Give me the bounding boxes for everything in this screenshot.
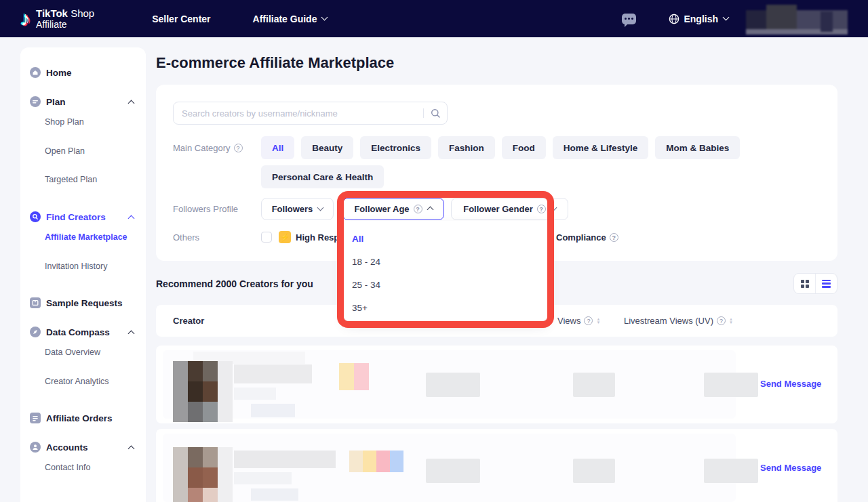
category-chips-row1: All Beauty Electronics Fashion Food Home… [261, 136, 740, 159]
sidebar-item-invitation-history[interactable]: Invitation History [45, 260, 107, 272]
sidebar-item-open-plan[interactable]: Open Plan [45, 145, 85, 157]
list-view-button[interactable] [815, 274, 837, 293]
sidebar-item-affiliate-marketplace[interactable]: Affiliate Marketplace [45, 231, 127, 243]
category-chips-row2: Personal Care & Health [261, 165, 384, 188]
column-creator: Creator [173, 305, 204, 337]
lightning-icon: ⚡ [279, 231, 291, 243]
sidebar-item-accounts[interactable]: Accounts [20, 440, 146, 455]
chevron-up-icon [427, 207, 433, 213]
search-icon[interactable] [424, 108, 447, 119]
category-chip-electronics[interactable]: Electronics [360, 136, 431, 159]
category-chip-all[interactable]: All [261, 136, 294, 159]
grid-icon [801, 280, 809, 288]
affiliate-guide-label: Affiliate Guide [253, 14, 317, 24]
plan-icon [30, 96, 41, 107]
chat-icon[interactable] [622, 14, 636, 24]
creator-row: Send Message [156, 346, 837, 423]
page-title: E-commerce Affiliate Marketplace [156, 54, 394, 72]
search-box [173, 102, 448, 125]
home-icon [30, 67, 41, 78]
search-input[interactable] [182, 108, 423, 119]
sidebar-item-data-overview[interactable]: Data Overview [45, 346, 100, 358]
affiliate-guide-menu[interactable]: Affiliate Guide [253, 14, 328, 24]
blurred-metric [704, 459, 758, 483]
list-icon [822, 280, 831, 288]
data-compass-icon [30, 327, 41, 337]
blurred-metric [426, 459, 480, 483]
sidebar-item-targeted-plan[interactable]: Targeted Plan [45, 173, 97, 186]
sidebar-item-contact-info[interactable]: Contact Info [45, 461, 90, 474]
accounts-icon [30, 442, 41, 453]
column-views: Views? ▲▼ [557, 305, 600, 337]
compliance-label: Compliance? [556, 232, 618, 243]
category-chip-fashion[interactable]: Fashion [438, 136, 495, 159]
send-message-link[interactable]: Send Message [760, 379, 821, 389]
question-icon[interactable]: ? [537, 205, 546, 213]
sidebar-item-home[interactable]: Home [20, 65, 146, 80]
blurred-metric [704, 373, 758, 397]
blurred-metric [573, 459, 615, 483]
view-toggle [793, 273, 837, 294]
follower-age-filter-button[interactable]: Follower Age? [342, 198, 444, 220]
blurred-metric [426, 373, 480, 397]
category-chip-home-lifestyle[interactable]: Home & Lifestyle [553, 136, 649, 159]
age-option-18-24[interactable]: 18 - 24 [343, 250, 548, 273]
language-selector[interactable]: English [669, 14, 728, 24]
creator-row: Send Message [156, 429, 837, 502]
logo-title-bold: TikTok [36, 7, 68, 19]
tiktok-note-icon: ♪ [20, 9, 31, 29]
main-category-label: Main Category? [173, 143, 243, 153]
chevron-up-icon [128, 215, 135, 222]
question-icon[interactable]: ? [234, 144, 243, 152]
others-label: Others [173, 232, 199, 243]
blurred-metric [573, 373, 615, 397]
follower-age-dropdown: All 18 - 24 25 - 34 35+ [343, 221, 548, 321]
sidebar-item-data-compass[interactable]: Data Compass [20, 325, 146, 339]
chevron-down-icon [317, 205, 324, 211]
chevron-down-icon [550, 205, 557, 211]
category-chip-beauty[interactable]: Beauty [301, 136, 353, 159]
chevron-up-icon [128, 100, 135, 106]
sort-icon[interactable]: ▲▼ [729, 318, 733, 325]
tiktok-shop-affiliate-logo[interactable]: ♪ TikTok Shop Affiliate [20, 7, 94, 30]
followers-filter-button[interactable]: Followers [261, 198, 334, 220]
age-option-all[interactable]: All [343, 227, 548, 250]
chevron-up-icon [128, 445, 135, 452]
sidebar-item-plan[interactable]: Plan [20, 94, 146, 109]
sort-icon[interactable]: ▲▼ [596, 318, 600, 325]
sidebar-item-find-creators[interactable]: Find Creators [20, 209, 146, 224]
question-icon[interactable]: ? [610, 233, 618, 242]
question-icon[interactable]: ? [717, 316, 726, 325]
chevron-down-icon [723, 14, 730, 21]
high-response-checkbox[interactable] [261, 232, 272, 243]
affiliate-orders-icon [30, 413, 41, 423]
globe-icon [669, 14, 679, 24]
category-chip-mom-babies[interactable]: Mom & Babies [655, 136, 740, 159]
logo-subtitle: Affiliate [36, 19, 94, 30]
category-chip-food[interactable]: Food [502, 136, 546, 159]
send-message-link[interactable]: Send Message [760, 463, 821, 473]
sidebar: Home Plan Shop Plan Open Plan Targeted P… [20, 47, 146, 502]
age-option-25-34[interactable]: 25 - 34 [343, 273, 548, 296]
navbar-right: English [622, 5, 848, 33]
account-blurred[interactable] [746, 5, 848, 33]
sidebar-item-creator-analytics[interactable]: Creator Analytics [45, 375, 108, 388]
sidebar-item-shop-plan[interactable]: Shop Plan [45, 116, 84, 128]
category-chip-personal-care[interactable]: Personal Care & Health [261, 165, 384, 188]
top-navbar: ♪ TikTok Shop Affiliate Seller Center Af… [0, 0, 868, 37]
find-creators-icon [30, 211, 41, 222]
sidebar-item-affiliate-orders[interactable]: Affiliate Orders [20, 411, 146, 425]
language-label: English [684, 14, 718, 24]
question-icon[interactable]: ? [584, 316, 593, 325]
sample-requests-icon [30, 297, 41, 308]
age-option-35plus[interactable]: 35+ [343, 296, 548, 319]
column-livestream-views: Livestream Views (UV)? ▲▼ [624, 305, 733, 337]
question-icon[interactable]: ? [414, 205, 422, 213]
high-response-label: High Respo [296, 232, 344, 243]
seller-center-link[interactable]: Seller Center [152, 14, 210, 24]
grid-view-button[interactable] [794, 274, 815, 293]
logo-text: TikTok Shop Affiliate [36, 7, 94, 30]
sidebar-item-sample-requests[interactable]: Sample Requests [20, 295, 146, 310]
follower-gender-filter-button[interactable]: Follower Gender? [451, 198, 568, 220]
recommend-text: Recommend 2000 Creators for you [156, 278, 313, 289]
